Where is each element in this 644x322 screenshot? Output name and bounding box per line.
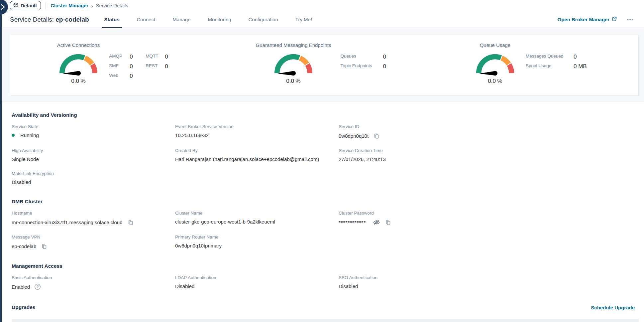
queue-usage-title: Queue Usage: [474, 42, 516, 48]
header-actions: Open Broker Manager •••: [558, 17, 644, 22]
breadcrumb: Cluster Manager › Service Details: [51, 3, 128, 9]
truncated-table-header: [12, 319, 639, 322]
copy-icon[interactable]: [373, 132, 379, 139]
svg-text:?: ?: [37, 285, 39, 289]
field-value: Single Node: [12, 156, 39, 162]
field-label: Message VPN: [12, 235, 175, 240]
field-cluster-name: Cluster Name cluster-gke-gcp-europe-west…: [175, 211, 339, 226]
field-ldap-auth: LDAP Authentication Disabled: [175, 275, 339, 290]
field-value: Enabled: [12, 284, 30, 290]
stat-value: 0: [574, 54, 593, 60]
guaranteed-endpoints-gauge: [256, 51, 331, 77]
copy-icon[interactable]: [41, 243, 47, 249]
field-label: Hostname: [12, 211, 175, 216]
field-label: LDAP Authentication: [175, 275, 339, 280]
guaranteed-endpoints-title: Guaranteed Messaging Endpoints: [256, 42, 331, 48]
stat-label: Topic Endpoints: [340, 63, 379, 70]
field-value: 10.25.0.168-32: [175, 132, 209, 138]
guaranteed-endpoints-stats: Queues 0 Topic Endpoints 0: [340, 54, 393, 95]
field-service-state: Service State Running: [12, 124, 175, 139]
page-title-prefix: Service Details:: [10, 16, 54, 23]
field-label: Primary Router Name: [175, 235, 339, 240]
field-hostname: Hostname mr-connection-xiru3i37tf1.messa…: [12, 211, 175, 226]
field-label: Service ID: [339, 124, 635, 129]
field-mate-link-encryption: Mate-Link Encryption Disabled: [12, 171, 175, 185]
schedule-upgrade-link[interactable]: Schedule Upgrade: [591, 305, 635, 310]
stat-value: 0: [383, 54, 393, 60]
field-value: cluster-gke-gcp-europe-west1-b-9a2klkeue…: [175, 219, 275, 225]
field-message-vpn: Message VPN ep-codelab: [12, 235, 175, 249]
field-high-availability: High Availability Single Node: [12, 148, 175, 162]
stat-label: REST: [146, 63, 161, 70]
masked-password-value: ************: [339, 220, 366, 225]
queue-usage-stats: Messages Queued 0 Spool Usage 0 MB: [526, 54, 593, 95]
copy-icon[interactable]: [127, 219, 133, 226]
field-label: Basic Authentication: [12, 275, 175, 280]
status-summary-card: Active Connections 0.0 % AMQP: [10, 35, 639, 96]
stat-value: 0: [165, 54, 173, 60]
stat-label: Spool Usage: [526, 63, 570, 70]
tab-status[interactable]: Status: [104, 11, 120, 28]
active-connections-title: Active Connections: [57, 42, 100, 48]
field-cluster-password: Cluster Password ************: [339, 211, 635, 226]
field-label: Mate-Link Encryption: [12, 171, 175, 176]
tab-bar: Status Connect Manage Monitoring Configu…: [104, 11, 313, 28]
page-title: Service Details: ep-codelab: [10, 16, 89, 23]
toggle-password-visibility-icon[interactable]: [373, 219, 380, 226]
cube-icon: [13, 2, 18, 9]
more-options-button[interactable]: •••: [627, 17, 634, 22]
status-badge: Running: [20, 132, 39, 138]
field-value: 0w8dpn0q10tprimary: [175, 243, 222, 248]
stat-label: Web: [109, 73, 126, 80]
field-label: Cluster Password: [339, 211, 635, 216]
upgrades-heading: Upgrades: [12, 304, 36, 310]
stat-label: Queues: [340, 54, 379, 60]
environment-selector[interactable]: Default: [10, 1, 41, 10]
field-created-by: Created By Hari Rangarajan (hari.rangara…: [175, 148, 339, 162]
open-broker-manager-label: Open Broker Manager: [558, 17, 610, 22]
copy-icon[interactable]: [384, 219, 391, 226]
service-name: ep-codelab: [55, 16, 89, 23]
field-value: 0w8dpn0q10t: [339, 133, 369, 139]
tab-monitoring[interactable]: Monitoring: [207, 11, 232, 28]
field-primary-router: Primary Router Name 0w8dpn0q10tprimary: [175, 235, 339, 249]
breadcrumb-separator-icon: ›: [91, 3, 93, 9]
upgrades-section: Upgrades Schedule Upgrade: [2, 299, 644, 310]
main-content: Default Cluster Manager › Service Detail…: [2, 0, 644, 322]
environment-badge-label: Default: [21, 3, 37, 8]
tab-connect[interactable]: Connect: [136, 11, 156, 28]
guaranteed-endpoints-percent: 0.0 %: [256, 78, 331, 84]
topbar-divider: [46, 2, 46, 9]
stat-label: SMF: [109, 63, 126, 70]
queue-usage-group: Queue Usage 0.0 % Messages Queued: [429, 42, 638, 95]
gauges-band: Active Connections 0.0 % AMQP: [2, 28, 644, 101]
field-label: Service Creation Time: [339, 148, 635, 153]
management-access-heading: Management Access: [12, 263, 635, 269]
field-basic-auth: Basic Authentication Enabled ?: [12, 275, 175, 290]
field-value: Hari Rangarajan (hari.rangarajan.solace+…: [175, 156, 319, 162]
field-label: SSO Authentication: [339, 275, 635, 280]
field-label: Event Broker Service Version: [175, 124, 339, 129]
field-label: Service State: [12, 124, 175, 129]
collapsed-sidebar-rail: [0, 0, 2, 322]
detail-sections: Availability and Versioning Service Stat…: [2, 101, 644, 299]
field-creation-time: Service Creation Time 27/01/2026, 21:40:…: [339, 148, 635, 162]
field-service-id: Service ID 0w8dpn0q10t: [339, 124, 635, 139]
tab-try-me[interactable]: Try Me!: [295, 11, 313, 28]
top-bar: Default Cluster Manager › Service Detail…: [2, 0, 644, 11]
page-header: Service Details: ep-codelab Status Conne…: [2, 11, 644, 28]
external-link-icon: [612, 17, 617, 22]
tab-manage[interactable]: Manage: [172, 11, 191, 28]
guaranteed-endpoints-group: Guaranteed Messaging Endpoints 0.0 % Qu: [220, 42, 429, 95]
stat-value: 0: [130, 63, 142, 70]
help-question-icon[interactable]: ?: [34, 283, 41, 290]
running-status-dot-icon: [12, 134, 15, 137]
breadcrumb-cluster-manager[interactable]: Cluster Manager: [51, 3, 88, 8]
open-broker-manager-link[interactable]: Open Broker Manager: [558, 17, 617, 22]
field-sso-auth: SSO Authentication Disabled: [339, 275, 635, 290]
field-value: Disabled: [339, 283, 358, 289]
tab-configuration[interactable]: Configuration: [248, 11, 279, 28]
stat-value: 0: [130, 73, 142, 80]
queue-usage-percent: 0.0 %: [474, 78, 516, 84]
active-connections-stats: AMQP 0 MQTT 0 SMF 0 REST 0 Web 0: [109, 54, 173, 95]
